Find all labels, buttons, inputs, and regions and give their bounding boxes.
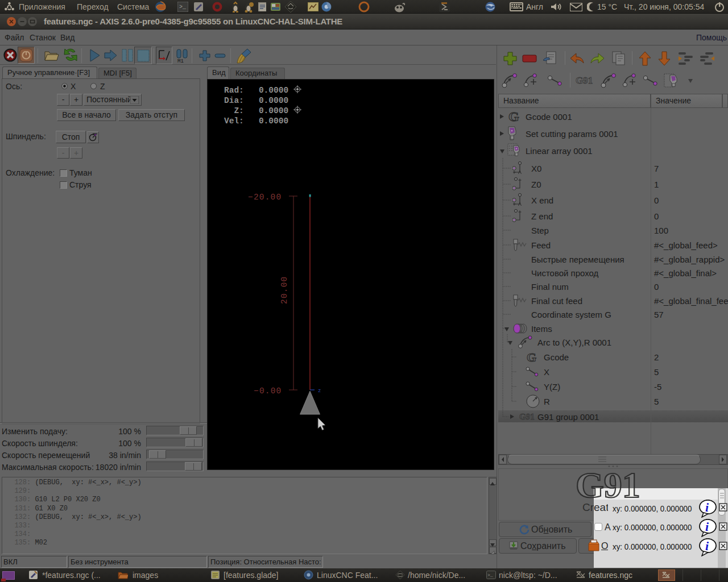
svg-text:G91: G91 — [576, 75, 593, 86]
svg-text:>_: >_ — [179, 4, 187, 10]
svg-text:M1: M1 — [177, 59, 184, 63]
svg-text:i: i — [705, 519, 709, 534]
svg-text:G: G — [508, 109, 519, 124]
svg-text:i: i — [705, 539, 709, 553]
svg-text:−20.00: −20.00 — [248, 193, 282, 202]
svg-text:>_: >_ — [487, 572, 493, 577]
svg-text:20.00: 20.00 — [280, 276, 289, 304]
svg-text:i: i — [705, 500, 709, 514]
svg-text:z: z — [318, 388, 321, 394]
svg-text:−0.00: −0.00 — [254, 386, 282, 396]
